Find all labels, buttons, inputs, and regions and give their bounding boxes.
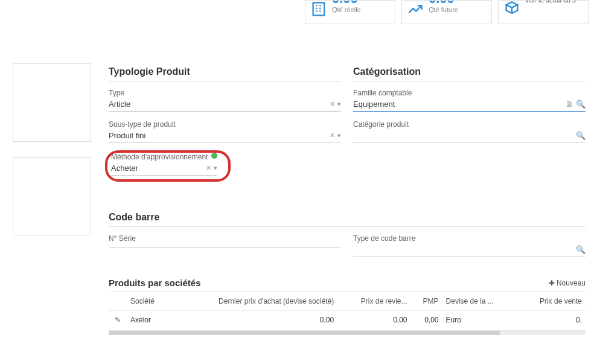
clear-icon[interactable]: ✕ <box>330 100 335 108</box>
cell-cost: 0,00 <box>337 311 410 330</box>
summary-tiles: 0.00 Qté réelle 0.00 Qté future Voir le … <box>305 0 589 24</box>
tile-qty-real[interactable]: 0.00 Qté réelle <box>305 0 395 24</box>
product-image-1[interactable] <box>13 63 91 142</box>
qty-real-label: Qté réelle <box>332 7 361 13</box>
clear-icon[interactable]: ✕ <box>206 164 211 172</box>
qty-future-label: Qté future <box>429 7 458 13</box>
col-last-purchase[interactable]: Dernier prix d'achat (devise société) <box>170 292 337 311</box>
serial-label: N° Série <box>109 234 341 243</box>
clear-icon[interactable]: ✕ <box>330 132 335 139</box>
companies-heading: Produits par sociétés <box>109 278 201 288</box>
svg-rect-0 <box>313 3 325 16</box>
typology-heading: Typologie Produit <box>109 66 341 81</box>
cubes-icon <box>503 1 520 20</box>
family-label: Famille comptable <box>353 89 586 97</box>
search-icon[interactable]: 🔍 <box>576 131 586 140</box>
col-company[interactable]: Société <box>127 292 170 311</box>
procurement-select[interactable]: Acheter ✕ ▾ <box>111 162 217 176</box>
cell-company: Axelor <box>127 311 170 330</box>
companies-table: Société Dernier prix d'achat (devise soc… <box>109 292 586 329</box>
edit-icon[interactable]: ✎ <box>115 316 121 324</box>
col-currency[interactable]: Devise de la ... <box>442 292 518 311</box>
table-row[interactable]: ✎ Axelor 0,00 0,00 0,00 Euro 0, <box>109 311 586 330</box>
family-select[interactable]: Equipement 🗎 🔍 <box>353 98 586 112</box>
qty-real-value: 0.00 <box>332 0 361 5</box>
chart-line-icon <box>407 1 424 20</box>
info-icon[interactable]: i <box>211 153 217 159</box>
product-image-2[interactable] <box>13 157 91 235</box>
chevron-down-icon[interactable]: ▾ <box>214 164 217 172</box>
procurement-value: Acheter <box>111 164 138 173</box>
serial-input[interactable] <box>109 244 341 248</box>
chevron-down-icon[interactable]: ▾ <box>337 100 341 108</box>
cell-pmp: 0,00 <box>411 311 442 330</box>
plus-icon: ✚ <box>549 279 555 287</box>
document-icon[interactable]: 🗎 <box>566 100 573 109</box>
detail-label: Voir le détail du s <box>525 0 576 4</box>
bctype-select[interactable]: 🔍 <box>353 244 586 257</box>
chevron-down-icon[interactable]: ▾ <box>337 132 341 139</box>
bctype-label: Type de code barre <box>353 234 586 243</box>
building-icon <box>310 1 327 20</box>
cell-last-purchase: 0,00 <box>170 311 337 330</box>
procurement-label: Méthode d'approvisionnement i <box>111 153 217 161</box>
type-value: Article <box>109 100 130 109</box>
col-pmp[interactable]: PMP <box>411 292 442 311</box>
horizontal-scrollbar[interactable] <box>109 330 586 335</box>
subtype-select[interactable]: Produit fini ✕ ▾ <box>109 130 341 143</box>
pcat-label: Catégorie produit <box>353 120 586 129</box>
pcat-select[interactable]: 🔍 <box>353 130 586 143</box>
type-select[interactable]: Article ✕ ▾ <box>109 98 341 112</box>
tile-qty-future[interactable]: 0.00 Qté future <box>401 0 492 24</box>
search-icon[interactable]: 🔍 <box>576 245 586 254</box>
procurement-highlight: Méthode d'approvisionnement i Acheter ✕ … <box>105 150 231 182</box>
col-sale[interactable]: Prix de vente <box>518 292 586 311</box>
cell-sale: 0, <box>518 311 586 330</box>
family-value: Equipement <box>353 100 395 109</box>
barcode-heading: Code barre <box>109 212 586 227</box>
subtype-label: Sous-type de produit <box>109 120 341 129</box>
col-cost[interactable]: Prix de revie... <box>337 292 410 311</box>
svg-marker-7 <box>506 2 518 7</box>
search-icon[interactable]: 🔍 <box>576 100 586 109</box>
subtype-value: Produit fini <box>109 131 145 140</box>
type-label: Type <box>109 89 341 97</box>
category-heading: Catégorisation <box>353 66 586 81</box>
new-button[interactable]: ✚ Nouveau <box>549 279 586 287</box>
tile-detail[interactable]: Voir le détail du s <box>498 0 589 24</box>
cell-currency: Euro <box>442 311 518 330</box>
qty-future-value: 0.00 <box>429 0 458 5</box>
